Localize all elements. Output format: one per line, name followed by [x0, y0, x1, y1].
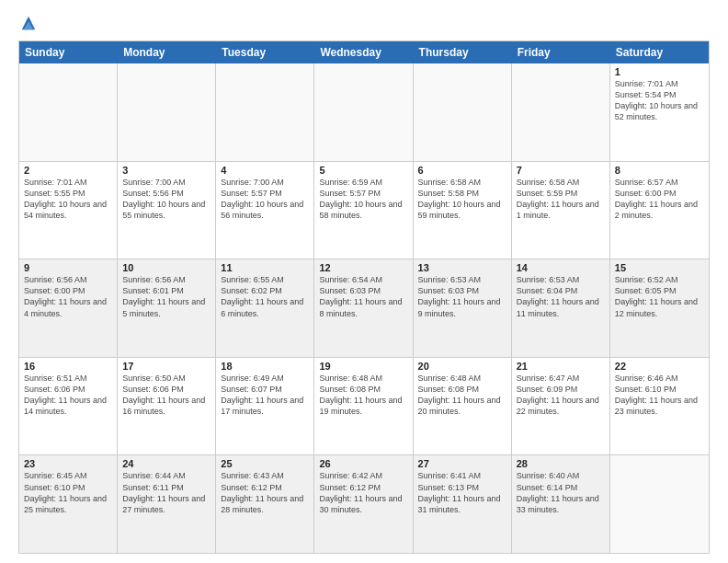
day-number: 7 — [517, 165, 605, 176]
day-info: Sunrise: 6:47 AM Sunset: 6:09 PM Dayligh… — [517, 373, 605, 418]
day-info: Sunrise: 6:53 AM Sunset: 6:04 PM Dayligh… — [517, 274, 605, 319]
day-number: 19 — [319, 361, 407, 372]
day-info: Sunrise: 6:58 AM Sunset: 5:59 PM Dayligh… — [517, 177, 605, 222]
day-number: 12 — [319, 262, 407, 273]
weekday-header: Saturday — [610, 41, 709, 63]
day-info: Sunrise: 7:01 AM Sunset: 5:55 PM Dayligh… — [24, 177, 112, 222]
calendar-row: 16Sunrise: 6:51 AM Sunset: 6:06 PM Dayli… — [19, 358, 709, 456]
day-number: 13 — [418, 262, 506, 273]
day-number: 5 — [319, 165, 407, 176]
day-info: Sunrise: 6:52 AM Sunset: 6:05 PM Dayligh… — [615, 274, 704, 319]
day-number: 24 — [122, 458, 210, 469]
calendar-cell: 28Sunrise: 6:40 AM Sunset: 6:14 PM Dayli… — [512, 455, 610, 553]
calendar-row: 1Sunrise: 7:01 AM Sunset: 5:54 PM Daylig… — [19, 63, 709, 162]
calendar-cell — [118, 63, 216, 161]
calendar-cell — [512, 63, 610, 161]
calendar-cell: 11Sunrise: 6:55 AM Sunset: 6:02 PM Dayli… — [216, 259, 314, 357]
day-info: Sunrise: 6:57 AM Sunset: 6:00 PM Dayligh… — [615, 177, 704, 222]
calendar-cell: 5Sunrise: 6:59 AM Sunset: 5:57 PM Daylig… — [314, 162, 413, 259]
page: SundayMondayTuesdayWednesdayThursdayFrid… — [0, 0, 728, 563]
calendar-cell: 14Sunrise: 6:53 AM Sunset: 6:04 PM Dayli… — [512, 259, 610, 357]
weekday-header: Wednesday — [314, 41, 413, 63]
day-number: 16 — [24, 361, 112, 372]
day-info: Sunrise: 6:50 AM Sunset: 6:06 PM Dayligh… — [122, 373, 210, 418]
day-info: Sunrise: 6:54 AM Sunset: 6:03 PM Dayligh… — [319, 274, 407, 319]
day-number: 2 — [24, 165, 112, 176]
calendar-cell: 16Sunrise: 6:51 AM Sunset: 6:06 PM Dayli… — [19, 358, 118, 455]
calendar-cell: 19Sunrise: 6:48 AM Sunset: 6:08 PM Dayli… — [314, 358, 413, 455]
day-number: 25 — [221, 458, 309, 469]
calendar-cell: 6Sunrise: 6:58 AM Sunset: 5:58 PM Daylig… — [414, 162, 512, 259]
day-number: 1 — [615, 66, 704, 77]
day-number: 6 — [418, 165, 506, 176]
day-number: 3 — [122, 165, 210, 176]
weekday-header: Thursday — [414, 41, 512, 63]
day-info: Sunrise: 6:44 AM Sunset: 6:11 PM Dayligh… — [122, 470, 210, 515]
calendar-cell: 13Sunrise: 6:53 AM Sunset: 6:03 PM Dayli… — [414, 259, 512, 357]
day-info: Sunrise: 6:53 AM Sunset: 6:03 PM Dayligh… — [418, 274, 506, 319]
day-number: 14 — [517, 262, 605, 273]
calendar-cell — [314, 63, 413, 161]
calendar-cell — [216, 63, 314, 161]
calendar-cell: 17Sunrise: 6:50 AM Sunset: 6:06 PM Dayli… — [118, 358, 216, 455]
calendar: SundayMondayTuesdayWednesdayThursdayFrid… — [18, 40, 710, 554]
calendar-cell: 24Sunrise: 6:44 AM Sunset: 6:11 PM Dayli… — [118, 455, 216, 553]
calendar-cell: 12Sunrise: 6:54 AM Sunset: 6:03 PM Dayli… — [314, 259, 413, 357]
day-info: Sunrise: 6:48 AM Sunset: 6:08 PM Dayligh… — [418, 373, 506, 418]
calendar-row: 9Sunrise: 6:56 AM Sunset: 6:00 PM Daylig… — [19, 259, 709, 358]
calendar-cell: 25Sunrise: 6:43 AM Sunset: 6:12 PM Dayli… — [216, 455, 314, 553]
calendar-header: SundayMondayTuesdayWednesdayThursdayFrid… — [19, 41, 709, 63]
day-info: Sunrise: 6:48 AM Sunset: 6:08 PM Dayligh… — [319, 373, 407, 418]
day-number: 8 — [615, 165, 704, 176]
calendar-cell: 9Sunrise: 6:56 AM Sunset: 6:00 PM Daylig… — [19, 259, 118, 357]
weekday-header: Monday — [118, 41, 216, 63]
day-info: Sunrise: 6:56 AM Sunset: 6:01 PM Dayligh… — [122, 274, 210, 319]
day-number: 28 — [517, 458, 605, 469]
day-info: Sunrise: 7:00 AM Sunset: 5:56 PM Dayligh… — [122, 177, 210, 222]
weekday-header: Tuesday — [216, 41, 314, 63]
calendar-cell: 1Sunrise: 7:01 AM Sunset: 5:54 PM Daylig… — [610, 63, 709, 161]
day-number: 27 — [418, 458, 506, 469]
day-number: 10 — [122, 262, 210, 273]
day-info: Sunrise: 6:43 AM Sunset: 6:12 PM Dayligh… — [221, 470, 309, 515]
calendar-row: 23Sunrise: 6:45 AM Sunset: 6:10 PM Dayli… — [19, 455, 709, 553]
day-info: Sunrise: 6:40 AM Sunset: 6:14 PM Dayligh… — [517, 470, 605, 515]
day-number: 18 — [221, 361, 309, 372]
calendar-cell: 3Sunrise: 7:00 AM Sunset: 5:56 PM Daylig… — [118, 162, 216, 259]
calendar-cell: 4Sunrise: 7:00 AM Sunset: 5:57 PM Daylig… — [216, 162, 314, 259]
day-info: Sunrise: 6:56 AM Sunset: 6:00 PM Dayligh… — [24, 274, 112, 319]
day-info: Sunrise: 6:41 AM Sunset: 6:13 PM Dayligh… — [418, 470, 506, 515]
calendar-cell: 7Sunrise: 6:58 AM Sunset: 5:59 PM Daylig… — [512, 162, 610, 259]
day-info: Sunrise: 6:55 AM Sunset: 6:02 PM Dayligh… — [221, 274, 309, 319]
calendar-cell: 8Sunrise: 6:57 AM Sunset: 6:00 PM Daylig… — [610, 162, 709, 259]
calendar-cell: 27Sunrise: 6:41 AM Sunset: 6:13 PM Dayli… — [414, 455, 512, 553]
calendar-cell — [414, 63, 512, 161]
calendar-cell: 23Sunrise: 6:45 AM Sunset: 6:10 PM Dayli… — [19, 455, 118, 553]
calendar-cell: 21Sunrise: 6:47 AM Sunset: 6:09 PM Dayli… — [512, 358, 610, 455]
calendar-cell: 22Sunrise: 6:46 AM Sunset: 6:10 PM Dayli… — [610, 358, 709, 455]
calendar-body: 1Sunrise: 7:01 AM Sunset: 5:54 PM Daylig… — [19, 63, 709, 553]
day-info: Sunrise: 6:51 AM Sunset: 6:06 PM Dayligh… — [24, 373, 112, 418]
day-number: 23 — [24, 458, 112, 469]
calendar-cell — [610, 455, 709, 553]
day-number: 15 — [615, 262, 704, 273]
day-info: Sunrise: 6:42 AM Sunset: 6:12 PM Dayligh… — [319, 470, 407, 515]
day-number: 21 — [517, 361, 605, 372]
calendar-cell: 26Sunrise: 6:42 AM Sunset: 6:12 PM Dayli… — [314, 455, 413, 553]
day-number: 26 — [319, 458, 407, 469]
calendar-cell: 10Sunrise: 6:56 AM Sunset: 6:01 PM Dayli… — [118, 259, 216, 357]
header — [18, 15, 710, 31]
calendar-cell: 20Sunrise: 6:48 AM Sunset: 6:08 PM Dayli… — [414, 358, 512, 455]
weekday-header: Sunday — [19, 41, 118, 63]
day-number: 20 — [418, 361, 506, 372]
day-number: 17 — [122, 361, 210, 372]
logo — [18, 15, 37, 31]
day-info: Sunrise: 7:01 AM Sunset: 5:54 PM Dayligh… — [615, 78, 704, 123]
day-info: Sunrise: 6:58 AM Sunset: 5:58 PM Dayligh… — [418, 177, 506, 222]
calendar-cell: 15Sunrise: 6:52 AM Sunset: 6:05 PM Dayli… — [610, 259, 709, 357]
day-number: 9 — [24, 262, 112, 273]
day-number: 4 — [221, 165, 309, 176]
day-number: 22 — [615, 361, 704, 372]
day-info: Sunrise: 6:59 AM Sunset: 5:57 PM Dayligh… — [319, 177, 407, 222]
day-info: Sunrise: 6:49 AM Sunset: 6:07 PM Dayligh… — [221, 373, 309, 418]
